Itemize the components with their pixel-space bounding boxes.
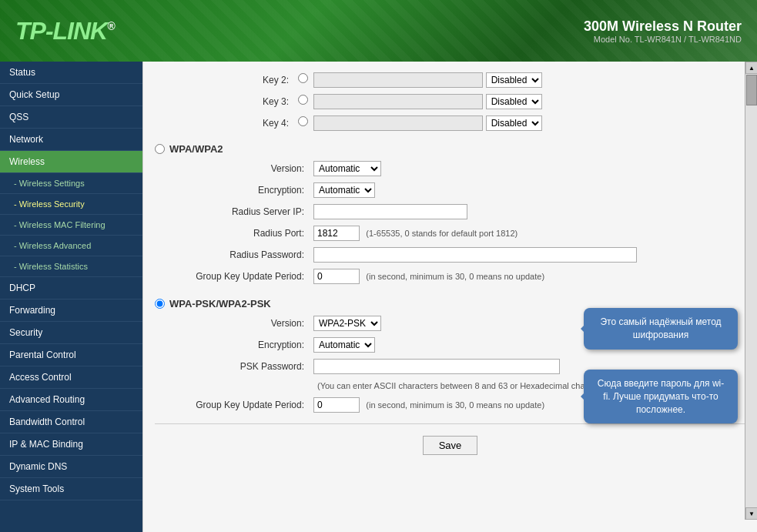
- model-name: 300M Wireless N Router: [584, 18, 742, 35]
- scroll-thumb[interactable]: [746, 75, 757, 105]
- radius-ip-input[interactable]: [313, 204, 467, 219]
- sidebar-item-wireless-mac-filtering[interactable]: - Wireless MAC Filtering: [0, 215, 142, 236]
- wpa-group-key-row: Group Key Update Period: (in second, min…: [170, 266, 745, 287]
- sidebar-item-parental-control[interactable]: Parental Control: [0, 344, 142, 366]
- sidebar-item-wireless-advanced[interactable]: - Wireless Advanced: [0, 236, 142, 256]
- key3-radio[interactable]: [298, 95, 308, 105]
- wpa-encryption-select[interactable]: AutomaticTKIPAES: [313, 182, 375, 198]
- sidebar-item-wireless-security[interactable]: - Wireless Security: [0, 194, 142, 215]
- radius-port-row: Radius Port: (1-65535, 0 stands for defa…: [170, 223, 745, 244]
- sidebar-item-wireless-settings[interactable]: - Wireless Settings: [0, 173, 142, 194]
- scrollbar-track: ▲ ▼: [745, 62, 757, 520]
- wpa-encryption-label: Encryption:: [170, 179, 309, 201]
- wpa-version-label: Version:: [170, 158, 309, 179]
- sidebar-item-forwarding[interactable]: Forwarding: [0, 299, 142, 322]
- key4-row: Key 4: Disabled64Bit128Bit152Bit: [155, 112, 745, 134]
- radius-password-cell: [309, 244, 745, 266]
- tooltip1-text: Это самый надёжный метод шифрования: [600, 316, 721, 340]
- radius-port-hint: (1-65535, 0 stands for default port 1812…: [366, 229, 518, 238]
- sidebar-item-ip-mac-binding[interactable]: IP & MAC Binding: [0, 433, 142, 456]
- tooltip2-text: Сюда введите пароль для wi-fi. Лучше при…: [598, 378, 725, 415]
- header: TP-LINK® 300M Wireless N Router Model No…: [0, 0, 757, 62]
- tp-link-logo: TP-LINK®: [15, 17, 115, 45]
- wpapsk-version-select[interactable]: AutomaticWPA-PSKWPA2-PSK: [313, 316, 381, 331]
- key4-radio[interactable]: [298, 116, 308, 126]
- sidebar-item-advanced-routing[interactable]: Advanced Routing: [0, 389, 142, 411]
- main-layout: StatusQuick SetupQSSNetworkWireless- Wir…: [0, 62, 757, 532]
- wpa-fields: Version: AutomaticWPA-PSKWPA2-PSK Encryp…: [170, 158, 745, 287]
- key2-label: Key 2:: [155, 69, 293, 91]
- wpapsk-encryption-select[interactable]: AutomaticTKIPAES: [313, 337, 375, 353]
- content-area: Key 2: Disabled64Bit128Bit152Bit Key 3:: [142, 62, 757, 532]
- logo-text: TP-LINK: [15, 17, 107, 45]
- save-button[interactable]: Save: [423, 436, 478, 455]
- key4-input[interactable]: [313, 115, 483, 131]
- sidebar-item-status[interactable]: Status: [0, 62, 142, 84]
- wpapsk-label: WPA-PSK/WPA2-PSK: [169, 298, 271, 309]
- wpa-group-key-hint: (in second, minimum is 30, 0 means no up…: [366, 272, 544, 281]
- radius-ip-cell: [309, 201, 745, 223]
- radius-port-cell: (1-65535, 0 stands for default port 1812…: [309, 223, 745, 244]
- radius-ip-label: Radius Server IP:: [170, 201, 309, 223]
- wpapsk-version-label: Version:: [170, 313, 309, 334]
- wpa-table: Version: AutomaticWPA-PSKWPA2-PSK Encryp…: [170, 158, 745, 287]
- wpa-version-select[interactable]: AutomaticWPA-PSKWPA2-PSK: [313, 161, 381, 176]
- wpa-group-key-input[interactable]: [313, 269, 360, 284]
- key2-input-cell: Disabled64Bit128Bit152Bit: [293, 69, 745, 91]
- key2-radio[interactable]: [298, 73, 308, 83]
- sidebar-item-security[interactable]: Security: [0, 322, 142, 344]
- keys-table: Key 2: Disabled64Bit128Bit152Bit Key 3:: [155, 69, 745, 134]
- key2-row: Key 2: Disabled64Bit128Bit152Bit: [155, 69, 745, 91]
- radius-password-input[interactable]: [313, 247, 637, 263]
- logo-symbol: ®: [107, 20, 114, 32]
- save-container: Save: [155, 423, 745, 467]
- key3-label: Key 3:: [155, 91, 293, 112]
- wpa-version-row: Version: AutomaticWPA-PSKWPA2-PSK: [170, 158, 745, 179]
- key2-input[interactable]: [313, 72, 483, 88]
- wpa-group-key-label: Group Key Update Period:: [170, 266, 309, 287]
- psk-password-label: PSK Password:: [170, 356, 309, 377]
- wpa-radio[interactable]: [155, 144, 165, 154]
- sidebar-item-dynamic-dns[interactable]: Dynamic DNS: [0, 456, 142, 478]
- sidebar-item-bandwidth-control[interactable]: Bandwidth Control: [0, 411, 142, 433]
- sidebar-item-network[interactable]: Network: [0, 129, 142, 151]
- radius-port-label: Radius Port:: [170, 223, 309, 244]
- wpa-encryption-row: Encryption: AutomaticTKIPAES: [170, 179, 745, 201]
- scroll-up-button[interactable]: ▲: [745, 62, 757, 74]
- wpapsk-group-key-input[interactable]: [313, 397, 360, 413]
- radius-port-input[interactable]: [313, 226, 360, 241]
- tooltip-password: Сюда введите пароль для wi-fi. Лучше при…: [584, 370, 738, 423]
- scroll-down-button[interactable]: ▼: [745, 507, 757, 520]
- wpa-group-key-cell: (in second, minimum is 30, 0 means no up…: [309, 266, 745, 287]
- wpa-version-cell: AutomaticWPA-PSKWPA2-PSK: [309, 158, 745, 179]
- wpapsk-group-key-hint: (in second, minimum is 30, 0 means no up…: [366, 400, 544, 410]
- sidebar-item-wireless[interactable]: Wireless: [0, 151, 142, 173]
- model-number: Model No. TL-WR841N / TL-WR841ND: [584, 35, 742, 44]
- radius-password-label: Radius Password:: [170, 244, 309, 266]
- key4-status[interactable]: Disabled64Bit128Bit152Bit: [486, 115, 542, 131]
- sidebar-item-qss[interactable]: QSS: [0, 106, 142, 129]
- sidebar-item-access-control[interactable]: Access Control: [0, 366, 142, 389]
- wpapsk-radio[interactable]: [155, 299, 165, 309]
- wpapsk-group-key-label: Group Key Update Period:: [170, 394, 309, 416]
- sidebar-item-dhcp[interactable]: DHCP: [0, 277, 142, 299]
- key2-status[interactable]: Disabled64Bit128Bit152Bit: [486, 72, 542, 88]
- key3-row: Key 3: Disabled64Bit128Bit152Bit: [155, 91, 745, 112]
- key4-input-cell: Disabled64Bit128Bit152Bit: [293, 112, 745, 134]
- router-info: 300M Wireless N Router Model No. TL-WR84…: [584, 18, 742, 44]
- sidebar-item-quick-setup[interactable]: Quick Setup: [0, 84, 142, 106]
- key3-input[interactable]: [313, 94, 483, 109]
- wpa-section-header: WPA/WPA2: [155, 140, 745, 158]
- key3-status[interactable]: Disabled64Bit128Bit152Bit: [486, 94, 542, 109]
- key4-label: Key 4:: [155, 112, 293, 134]
- content-inner: Key 2: Disabled64Bit128Bit152Bit Key 3:: [143, 62, 757, 532]
- wpa-encryption-cell: AutomaticTKIPAES: [309, 179, 745, 201]
- sidebar-item-wireless-statistics[interactable]: - Wireless Statistics: [0, 256, 142, 277]
- sidebar-item-system-tools[interactable]: System Tools: [0, 478, 142, 500]
- wpapsk-encryption-label: Encryption:: [170, 334, 309, 356]
- key3-input-cell: Disabled64Bit128Bit152Bit: [293, 91, 745, 112]
- psk-password-input[interactable]: [313, 359, 560, 374]
- wpa-section: WPA/WPA2 Version: AutomaticWPA-PSKWPA2-P…: [155, 140, 745, 287]
- wpa-label: WPA/WPA2: [169, 143, 223, 155]
- sidebar: StatusQuick SetupQSSNetworkWireless- Wir…: [0, 62, 142, 532]
